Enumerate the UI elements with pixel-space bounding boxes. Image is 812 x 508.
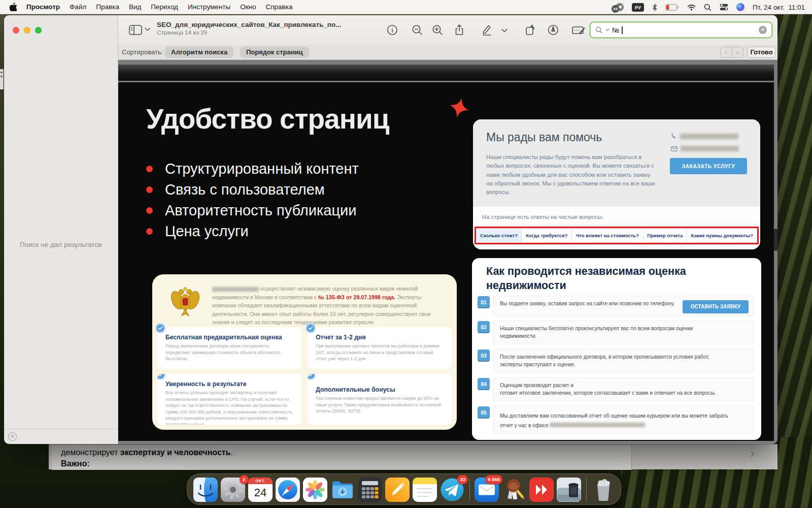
telegram-status-icon[interactable]: 33 [613,3,624,12]
check-icon [157,374,166,380]
share-icon[interactable] [453,24,465,36]
result-nav-buttons[interactable]: ‹› [720,47,743,58]
step-text: Вы подаете заявку, оставив запрос на сай… [500,300,675,308]
step-text: Наши специалисты бесплатно проконсультир… [500,325,723,340]
dock-icon-photos[interactable] [303,478,327,502]
markup-pen-icon[interactable] [481,24,493,36]
previous-page-bottom [118,65,774,81]
spotlight-search-icon[interactable] [704,4,712,11]
text-field-icon[interactable] [571,24,586,36]
faq-tab[interactable]: Какие нужны документы? [687,229,757,242]
bullet-item: Авторитетность публикации [165,202,356,219]
apple-icon[interactable] [9,3,17,11]
background-text-line: демонстрирует экспертизу и человечность. [61,448,233,457]
menu-item-app[interactable]: Просмотр [26,3,60,11]
sort-by-page-order-button[interactable]: Порядок страниц [240,47,309,58]
company-law-card: осуществляет независимую оценку различны… [152,274,457,430]
chevron-down-icon[interactable] [145,27,150,31]
dock-icon-settings[interactable]: 2 [221,478,245,502]
company-description: осуществляет независимую оценку различны… [212,284,442,327]
done-button[interactable]: Готово [748,47,775,58]
sidebar-footer: + [4,429,118,444]
next-result-icon[interactable]: › [732,47,743,57]
preview-window: Поиск не дал результатов + SEO_для_юриди… [4,15,777,444]
leave-request-button[interactable]: ОСТАВИТЬ ЗАЯВКУ [683,300,749,313]
background-window-divider [631,444,632,470]
search-sort-bar: Сортировать: Алгоритм поиска Порядок стр… [118,45,777,60]
dock-divider [586,478,587,501]
dock-icon-trash[interactable] [591,478,616,502]
dock-icon-mail[interactable]: 6 868 [475,478,499,502]
bluetooth-icon[interactable] [652,4,657,11]
menu-item-tools[interactable]: Инструменты [188,3,230,11]
faq-tab[interactable]: Сколько стоит? [477,229,521,242]
dock-icon-certificate-seal[interactable] [502,478,526,502]
menu-item-edit[interactable]: Правка [96,3,119,11]
faq-tab[interactable]: Что влияет на стоимость? [572,229,642,242]
dock-icon-calendar[interactable]: ОКТ.24 [248,478,273,502]
info-icon[interactable] [386,24,398,36]
phone-icon [671,133,677,139]
zoom-out-icon[interactable] [411,24,423,36]
process-step: 04 Оценщик производит расчет и готовит и… [493,377,754,401]
dock-icon-safari[interactable] [276,478,300,502]
russia-coat-of-arms-icon [171,285,200,319]
offscreen-window-fragment [0,69,4,89]
markup-chevron-icon[interactable] [501,28,507,33]
document-title: SEO_для_юридических_сайтов_Как_привлекат… [157,21,341,28]
clear-search-icon[interactable]: × [759,26,767,34]
menu-item-file[interactable]: Файл [70,3,86,11]
sort-by-relevance-button[interactable]: Алгоритм поиска [165,47,233,58]
zoom-in-icon[interactable] [431,24,444,36]
email-row [671,146,739,151]
battery-icon[interactable] [665,4,679,11]
pdf-page: Удобство страниц Структурированный конте… [118,82,774,441]
chevron-right-icon[interactable]: › [750,446,755,461]
dock-icon-red-launcher[interactable] [529,478,554,502]
step-number-badge: 05 [478,406,490,419]
menu-item-go[interactable]: Переход [151,3,178,11]
dock-icon-finder[interactable] [193,478,218,502]
input-source-indicator[interactable]: РУ [632,3,644,12]
redacted-address [550,423,645,427]
document-content-area: Удобство страниц Структурированный конте… [118,60,777,444]
check-icon [155,323,166,334]
menu-item-view[interactable]: Вид [129,3,141,11]
prev-result-icon[interactable]: ‹ [721,47,732,57]
feature-text: Перед заключением договора наши специали… [165,343,293,362]
menu-clock[interactable]: Пт, 24 окт. 11:01 [753,4,805,11]
siri-icon[interactable] [736,3,745,11]
feature-card: Бесплатная предварительная оценкаПеред з… [157,327,301,369]
menu-item-help[interactable]: Справка [266,3,293,11]
search-results-sidebar: Поиск не дал результатов + [4,15,118,444]
dock-icon-notes[interactable] [413,478,437,502]
minimize-window-button[interactable] [24,27,30,34]
background-window: демонстрирует экспертизу и человечность.… [49,444,777,469]
dock-icon-downloads[interactable] [330,478,355,502]
control-center-icon[interactable] [720,4,728,11]
search-input[interactable]: № × [589,21,773,39]
dock-icon-telegram[interactable]: 33 [440,478,464,502]
faq-tab[interactable]: Когда требуется? [522,229,571,242]
bullet-row: Цена услуги [146,221,249,242]
add-icon[interactable]: + [8,432,17,441]
dock-icon-photo-thumbnail[interactable] [557,478,581,502]
feature-text: Все отчеты успешно проходят экспертизу и… [165,390,293,425]
dock-icon-markup-editor[interactable] [385,478,410,502]
step-number-badge: 02 [478,321,490,333]
sidebar-toggle-icon[interactable] [128,24,143,36]
document-title-block: SEO_для_юридических_сайтов_Как_привлекат… [157,21,341,36]
faq-tab[interactable]: Пример отчета [644,229,686,242]
help-title: Мы рады вам помочь [486,131,602,144]
close-window-button[interactable] [13,27,19,34]
phone-row [671,133,738,139]
dock-icon-calculator[interactable] [358,478,382,502]
wifi-icon[interactable] [687,4,696,11]
scrollbar-thumb[interactable] [774,229,777,251]
zoom-window-button[interactable] [35,27,42,34]
sign-icon[interactable] [547,24,559,36]
process-step: 03 После заключения официального договор… [493,349,754,373]
order-service-button[interactable]: ЗАКАЗАТЬ УСЛУГУ [670,158,747,174]
rotate-icon[interactable] [524,24,536,36]
menu-item-window[interactable]: Окно [240,3,256,11]
